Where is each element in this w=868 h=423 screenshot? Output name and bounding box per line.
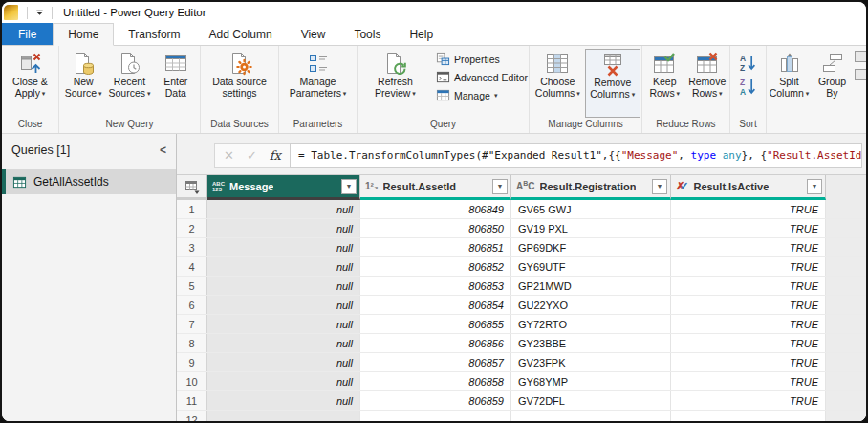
row-number[interactable]: 11 <box>177 391 207 410</box>
cell-message[interactable]: null <box>207 315 360 333</box>
cell-result-isactive[interactable]: TRUE <box>671 200 826 218</box>
remove-columns-button[interactable]: RemoveColumns ▾ <box>585 49 641 118</box>
cell-result-isactive[interactable]: TRUE <box>671 334 826 352</box>
cell-result-assetid[interactable] <box>360 411 511 421</box>
column-header-result-isactive[interactable]: ✗✓Result.IsActive▼ <box>671 175 826 200</box>
cell-result-registration[interactable]: GU22YXO <box>511 296 671 314</box>
row-number[interactable]: 8 <box>177 334 207 352</box>
cell-message[interactable] <box>207 411 360 421</box>
row-number[interactable]: 5 <box>177 277 207 295</box>
cell-message[interactable]: null <box>207 391 360 410</box>
column-header-result-registration[interactable]: ABCResult.Registration▼ <box>511 175 671 200</box>
column-filter-dropdown[interactable]: ▼ <box>492 179 508 194</box>
advanced-editor-button[interactable]: Advanced Editor <box>436 70 528 84</box>
quick-access-dropdown-icon[interactable] <box>33 6 47 20</box>
cell-result-registration[interactable]: GP21MWD <box>511 277 671 295</box>
remove-rows-button[interactable]: RemoveRows ▾ <box>686 49 729 118</box>
number-type-icon[interactable]: 1²₃ <box>365 181 379 191</box>
cell-message[interactable]: null <box>207 257 360 276</box>
sort-ascending-button[interactable]: AZ <box>737 53 760 72</box>
keep-rows-button[interactable]: KeepRows ▾ <box>643 49 686 118</box>
cell-message[interactable]: null <box>207 238 360 256</box>
cell-message[interactable]: null <box>207 353 360 371</box>
cell-result-isactive[interactable]: TRUE <box>671 277 826 295</box>
commit-formula-icon[interactable]: ✓ <box>247 149 257 162</box>
cell-result-isactive[interactable] <box>671 411 826 421</box>
query-item-getallassetids[interactable]: GetAllAssetIds <box>2 169 176 194</box>
data-source-settings-button[interactable]: Data sourcesettings <box>202 49 277 118</box>
cell-result-assetid[interactable]: 806859 <box>360 391 511 410</box>
cell-message[interactable]: null <box>207 372 360 390</box>
cell-result-assetid[interactable]: 806855 <box>360 315 511 333</box>
column-filter-dropdown[interactable]: ▼ <box>341 179 357 194</box>
cell-result-registration[interactable]: GY68YMP <box>511 372 671 390</box>
column-header-message[interactable]: ABC123Message▼ <box>207 175 360 200</box>
row-number[interactable]: 1 <box>177 200 207 218</box>
cell-result-assetid[interactable]: 806856 <box>360 334 511 352</box>
cell-message[interactable]: null <box>207 219 360 237</box>
cell-result-registration[interactable]: GY72RTO <box>511 315 671 333</box>
cell-result-registration[interactable]: GP69DKF <box>511 238 671 256</box>
cell-result-registration[interactable]: GV72DFL <box>511 391 671 410</box>
column-filter-dropdown[interactable]: ▼ <box>652 179 667 194</box>
close-apply-button[interactable]: Close &Apply ▾ <box>3 49 57 118</box>
properties-button[interactable]: Properties <box>436 52 528 66</box>
row-number[interactable]: 3 <box>177 238 207 256</box>
sort-descending-button[interactable]: ZA <box>737 77 760 96</box>
cell-result-isactive[interactable]: TRUE <box>671 372 826 390</box>
cell-result-isactive[interactable]: TRUE <box>671 353 826 371</box>
collapse-panel-icon[interactable]: < <box>160 145 166 156</box>
tab-transform[interactable]: Transform <box>114 23 194 45</box>
cell-result-registration[interactable]: GV65 GWJ <box>511 200 671 218</box>
cancel-formula-icon[interactable]: ✕ <box>224 149 234 162</box>
tab-add-column[interactable]: Add Column <box>195 23 287 45</box>
cell-result-assetid[interactable]: 806852 <box>360 257 511 276</box>
cell-result-registration[interactable]: GY69UTF <box>511 257 671 276</box>
logical-type-icon[interactable]: ✗✓ <box>676 181 688 191</box>
fx-icon[interactable]: fx <box>270 149 281 162</box>
group-by-button[interactable]: GroupBy <box>811 49 854 118</box>
row-number[interactable]: 2 <box>177 219 207 237</box>
row-number[interactable]: 7 <box>177 315 207 333</box>
formula-input[interactable]: = Table.TransformColumnTypes(#"Expanded … <box>290 143 862 168</box>
row-number[interactable]: 10 <box>177 372 207 390</box>
cell-result-assetid[interactable]: 806849 <box>360 200 511 218</box>
cell-result-assetid[interactable]: 806853 <box>360 277 511 295</box>
column-header-result-assetid[interactable]: 1²₃Result.AssetId▼ <box>360 175 511 200</box>
cell-message[interactable]: null <box>207 334 360 352</box>
cell-result-assetid[interactable]: 806857 <box>360 353 511 371</box>
tab-view[interactable]: View <box>287 23 340 45</box>
cell-result-registration[interactable]: GV23FPK <box>511 353 671 371</box>
manage-parameters-button[interactable]: ManageParameters ▾ <box>280 49 356 118</box>
select-all-button[interactable] <box>177 175 207 200</box>
cell-message[interactable]: null <box>207 296 360 314</box>
cell-result-assetid[interactable]: 806850 <box>360 219 511 237</box>
tab-home[interactable]: Home <box>53 23 114 46</box>
cell-result-isactive[interactable]: TRUE <box>671 238 826 256</box>
cell-result-assetid[interactable]: 806854 <box>360 296 511 314</box>
cell-result-registration[interactable]: GV19 PXL <box>511 219 671 237</box>
recent-sources-button[interactable]: RecentSources ▾ <box>106 49 152 118</box>
tab-tools[interactable]: Tools <box>339 23 395 45</box>
row-number[interactable]: 6 <box>177 296 207 314</box>
split-column-button[interactable]: SplitColumn ▾ <box>768 49 811 118</box>
cell-result-isactive[interactable]: TRUE <box>671 219 826 237</box>
row-number[interactable]: 9 <box>177 353 207 371</box>
cell-message[interactable]: null <box>207 277 360 295</box>
cell-result-isactive[interactable]: TRUE <box>671 315 826 333</box>
refresh-preview-button[interactable]: RefreshPreview ▾ <box>358 49 432 118</box>
enter-data-button[interactable]: EnterData <box>153 49 199 118</box>
cell-result-assetid[interactable]: 806851 <box>360 238 511 256</box>
any-type-icon[interactable]: ABC123 <box>212 181 225 192</box>
cell-result-isactive[interactable]: TRUE <box>671 296 826 314</box>
cell-result-registration[interactable] <box>511 411 671 421</box>
tab-help[interactable]: Help <box>395 23 447 45</box>
row-number[interactable]: 4 <box>177 257 207 276</box>
row-number[interactable]: 12 <box>177 411 207 421</box>
cell-message[interactable]: null <box>207 200 360 218</box>
text-type-icon[interactable]: ABC <box>516 180 535 191</box>
tab-file[interactable]: File <box>2 23 53 45</box>
cell-result-isactive[interactable]: TRUE <box>671 391 826 410</box>
cell-result-assetid[interactable]: 806858 <box>360 372 511 390</box>
new-source-button[interactable]: NewSource ▾ <box>60 49 106 118</box>
